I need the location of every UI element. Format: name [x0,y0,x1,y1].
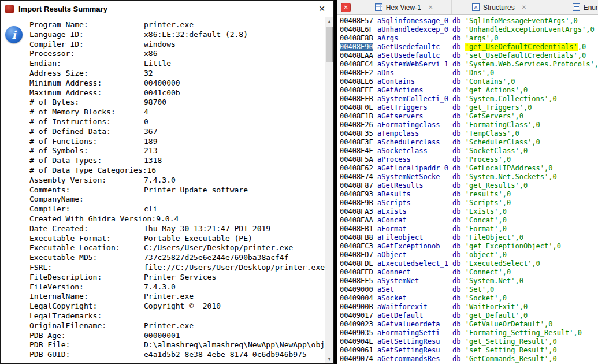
listing-row[interactable]: 00408E57 aSqlinfomessage_0db 'SqlInfoMes… [340,17,598,25]
tab-structures[interactable]: Structures✕ [452,0,547,15]
listing-address[interactable]: 00409074 [340,355,373,363]
listing-string[interactable]: 'get_Setting_Result' [465,337,549,346]
listing-row[interactable]: 00409023 aGetvalueordefadb 'GetValueOrDe… [340,320,598,329]
listing-row[interactable]: 00408F3F aSchedulerclassdb 'SchedulerCla… [340,138,598,147]
listing-row[interactable]: 00408F93 aResultsdb 'results',0 [340,190,598,199]
listing-name[interactable]: aSocketclass [377,147,452,155]
scrollbar-thumb[interactable] [326,27,333,62]
listing-row[interactable]: 00408F9B aScriptsdb 'Scripts',0 [340,199,598,207]
listing-address[interactable]: 00408F0E [340,103,373,112]
listing-string[interactable]: 'get_Default' [465,311,519,320]
listing-row[interactable]: 00408F35 aTempclassdb 'TempClass',0 [340,129,598,138]
listing-row[interactable]: 0040900B aWaitforexitdb 'WaitForExit',0 [340,303,598,311]
listing-row[interactable]: 00408FED aConnectdb 'Connect',0 [340,268,598,277]
listing-address[interactable]: 00408FB8 [340,233,373,242]
listing-row[interactable]: 00408F4E aSocketclassdb 'SocketClass',0 [340,147,598,155]
listing-address[interactable]: 00409035 [340,329,373,337]
listing-address[interactable]: 00409000 [340,285,373,294]
listing-name[interactable]: aConcat [377,216,452,225]
listing-name[interactable]: aScripts [377,199,452,207]
listing-name[interactable]: aGetResults [377,181,452,190]
listing-row[interactable]: 0040904E aGetSettingResudb 'get_Setting_… [340,337,598,346]
listing-row[interactable]: 00408FD7 aObjectdb 'object',0 [340,251,598,259]
listing-row[interactable]: 00408EE2 aDnsdb 'Dns',0 [340,69,598,77]
listing-string[interactable]: 'System.Web.Services.Protocols' [465,60,595,68]
listing-name[interactable]: aGetExceptionob [377,242,452,251]
listing-address[interactable]: 00408FA3 [340,207,373,216]
listing-address[interactable]: 00408EAA [340,51,373,60]
listing-row[interactable]: 00409035 aFormatingSettidb 'Formating_Se… [340,329,598,337]
listing-name[interactable]: aSet [377,285,452,294]
listing-name[interactable]: aFormatingclass [377,121,452,129]
listing-name[interactable]: aGetUsedefaultc [377,43,452,51]
listing-row[interactable]: 00408F26 aFormatingclassdb 'FormatingCla… [340,121,598,129]
listing-address[interactable]: 0040900B [340,303,373,311]
listing-address[interactable]: 00408EEF [340,86,373,94]
listing-address[interactable]: 00408FB1 [340,225,373,233]
listing-name[interactable]: aGetTriggers [377,103,452,112]
listing-string[interactable]: 'System.Net' [465,277,515,285]
listing-name[interactable]: aWaitforexit [377,303,452,311]
listing-name[interactable]: aGetcommandsRes [377,355,452,363]
listing-string[interactable]: 'Exists' [465,207,499,216]
listing-address[interactable]: 00408E90 [340,43,373,51]
listing-address[interactable]: 00408E6F [340,25,373,34]
listing-string[interactable]: 'System.Collections' [465,95,549,103]
listing-name[interactable]: aUnhandledexcep_0 [377,25,452,34]
listing-name[interactable]: aGetlocalipaddr_0 [377,164,452,173]
listing-name[interactable]: aSetSettingResu [377,346,452,355]
listing-name[interactable]: aGetvalueordefa [377,320,452,329]
scroll-down-icon[interactable]: ▼ [325,355,333,363]
listing-string[interactable]: 'GetLocalIPAddress' [465,164,544,172]
listing-row[interactable]: 00408EEF aGetActionsdb 'get_Actions',0 [340,86,598,95]
listing-string[interactable]: 'Scripts' [465,199,503,207]
listing-address[interactable]: 00408F62 [340,164,373,172]
listing-address[interactable]: 00408F35 [340,129,373,138]
listing-address[interactable]: 00408EFB [340,95,373,103]
listing-row[interactable]: 00408F5A aProcessdb 'Process',0 [340,155,598,164]
listing-address[interactable]: 00408F26 [340,121,373,129]
listing-name[interactable]: aSchedulerclass [377,138,452,147]
listing-name[interactable]: aSystemWebServi_1 [377,60,452,69]
listing-name[interactable]: aArgs [377,34,452,43]
listing-string[interactable]: 'GetValueOrDefault' [465,320,544,328]
listing-string[interactable]: 'SqlInfoMessageEventArgs' [465,17,570,25]
listing-name[interactable]: aExecutedselect_1 [377,259,452,268]
listing-string[interactable]: 'get_Triggers' [465,103,523,112]
listing-row[interactable]: 00408FC3 aGetExceptionobdb 'get_Exceptio… [340,242,598,251]
listing-name[interactable]: aGetSettingResu [377,337,452,346]
listing-name[interactable]: aGetActions [377,86,452,95]
listing-row[interactable]: 00408FA3 aExistsdb 'Exists',0 [340,207,598,216]
tab-enums[interactable]: Enums✕ [547,0,598,15]
listing-address[interactable]: 00408EC4 [340,60,373,68]
listing-address[interactable]: 00408F74 [340,173,373,181]
listing-address[interactable]: 0040904E [340,337,373,346]
listing-row[interactable]: 00408FF5 aSystemNetdb 'System.Net',0 [340,277,598,285]
listing-row[interactable]: 00408F62 aGetlocalipaddr_0db 'GetLocalIP… [340,164,598,173]
listing-string[interactable]: 'results' [465,190,503,198]
listing-name[interactable]: aGetservers [377,112,452,121]
listing-string[interactable]: 'ExecutedSelect' [465,259,532,268]
listing-row[interactable]: 00408F87 aGetResultsdb 'get_Results',0 [340,181,598,190]
listing-string[interactable]: 'Connect' [465,268,503,276]
listing-string[interactable]: 'GetCommands_Result' [465,355,549,363]
listing-name[interactable]: aFormatingSetti [377,329,452,337]
listing-name[interactable]: aSystemCollecti_0 [377,95,452,103]
listing-string[interactable]: 'TempClass' [465,129,511,138]
listing-row[interactable]: 00408EC4 aSystemWebServi_1db 'System.Web… [340,60,598,69]
listing-string[interactable]: 'args' [465,34,490,42]
listing-row[interactable]: 00408F74 aSystemNetSockedb 'System.Net.S… [340,173,598,181]
listing-name[interactable]: aProcess [377,155,452,164]
listing-address[interactable]: 00408F87 [340,181,373,190]
dialog-close-icon[interactable]: ✕ [315,4,329,13]
listing-string[interactable]: 'FormatingClass' [465,121,532,129]
listing-address[interactable]: 00408FED [340,268,373,276]
listing-row[interactable]: 00408FB1 aFormatdb 'Format',0 [340,225,598,233]
listing-name[interactable]: aTempclass [377,129,452,138]
listing-row[interactable]: 00409061 aSetSettingResudb 'set_Setting_… [340,346,598,355]
listing-address[interactable]: 00408FDE [340,259,373,268]
listing-string[interactable]: 'get_Results' [465,181,519,190]
listing-address[interactable]: 00409023 [340,320,373,328]
listing-string[interactable]: 'System.Net.Sockets' [465,173,549,181]
listing-string[interactable]: 'Formating_Setting_Result' [465,329,574,337]
